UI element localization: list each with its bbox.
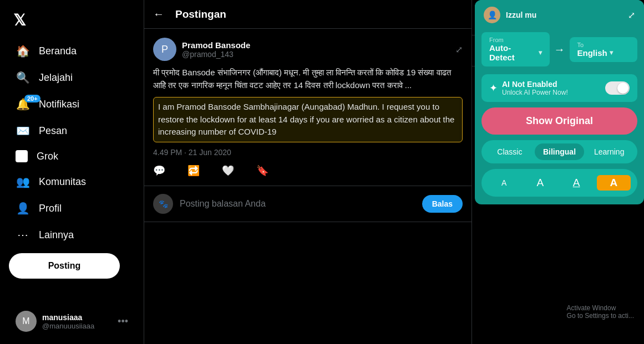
watermark-line1: Activate Window bbox=[567, 304, 634, 312]
tp-from-value: Auto-Detect ▾ bbox=[489, 43, 542, 62]
tp-ai-row: ✦ AI Not Enabled Unlock AI Power Now! bbox=[481, 74, 637, 102]
tp-lang-row: From Auto-Detect ▾ → To English ▾ bbox=[475, 28, 644, 71]
tweet-username: Pramod Bansode bbox=[182, 40, 250, 50]
from-chevron-icon: ▾ bbox=[539, 49, 542, 57]
main-header: ← Postingan bbox=[144, 0, 471, 29]
tp-ai-text: AI Not Enabled Unlock AI Power Now! bbox=[502, 80, 568, 96]
tweet-header-left: P Pramod Bansode @pramod_143 bbox=[153, 38, 250, 61]
like-action[interactable]: 🤍 bbox=[222, 165, 234, 177]
tp-lang-to[interactable]: To English ▾ bbox=[570, 37, 638, 62]
post-button[interactable]: Posting bbox=[9, 253, 120, 279]
right-side: Sedang tren dalam topik Indonesia Jobstr… bbox=[472, 0, 644, 344]
tweet-translated-text: I am Pramod Bansode Sambhajinagar (Aunga… bbox=[153, 97, 463, 142]
reply-box: 🐾 Posting balasan Anda Balas bbox=[144, 186, 471, 222]
mode-learning[interactable]: Learning bbox=[584, 143, 634, 160]
user-info: manusiaaa @manuuusiiaaa bbox=[42, 313, 112, 330]
font-option-underline[interactable]: A bbox=[561, 173, 592, 192]
tp-header: 👤 Izzul mu ⤢ bbox=[475, 0, 644, 28]
reply-placeholder-text[interactable]: Posting balasan Anda bbox=[180, 199, 415, 209]
tp-avatar: 👤 bbox=[484, 7, 500, 23]
tweet-header: P Pramod Bansode @pramod_143 ⤢ bbox=[153, 38, 463, 61]
tp-share-icon[interactable]: ⤢ bbox=[628, 10, 635, 20]
sidebar-item-grok[interactable]: Grok bbox=[9, 145, 135, 168]
communities-icon: 👥 bbox=[16, 174, 30, 189]
mail-icon: ✉️ bbox=[16, 124, 30, 138]
back-button[interactable]: ← bbox=[153, 8, 164, 20]
sidebar-nav: 🏠 Beranda 🔍 Jelajahi 🔔 Notifikasi 20+ ✉️… bbox=[9, 38, 135, 305]
font-option-small[interactable]: A bbox=[488, 175, 520, 191]
sidebar-item-komunitas[interactable]: 👥 Komunitas bbox=[9, 169, 135, 194]
sidebar-item-label: Beranda bbox=[39, 45, 77, 57]
tweet-user-info: Pramod Bansode @pramod_143 bbox=[182, 40, 250, 59]
tp-font-row: A A A A bbox=[481, 169, 637, 197]
to-chevron-icon: ▾ bbox=[610, 49, 613, 57]
user-profile[interactable]: M manusiaaa @manuuusiiaaa ••• bbox=[9, 305, 135, 337]
sidebar-item-label: Notifikasi bbox=[39, 99, 79, 110]
user-handle: @manuuusiiaaa bbox=[42, 322, 112, 330]
home-icon: 🏠 bbox=[16, 44, 30, 58]
page-title: Postingan bbox=[175, 8, 226, 20]
tp-lang-from[interactable]: From Auto-Detect ▾ bbox=[481, 32, 550, 66]
sidebar-item-pesan[interactable]: ✉️ Pesan bbox=[9, 118, 135, 143]
profile-icon: 👤 bbox=[16, 201, 30, 215]
sidebar-item-label: Lainnya bbox=[39, 229, 74, 241]
tp-username: Izzul mu bbox=[506, 11, 536, 19]
sidebar-item-label: Profil bbox=[39, 203, 62, 214]
show-original-button[interactable]: Show Original bbox=[481, 107, 637, 135]
external-link-icon[interactable]: ⤢ bbox=[455, 44, 463, 55]
mode-classic[interactable]: Classic bbox=[485, 143, 535, 160]
main-content: ← Postingan P Pramod Bansode @pramod_143… bbox=[144, 0, 472, 344]
tp-ai-subtitle: Unlock AI Power Now! bbox=[502, 89, 568, 96]
tp-ai-left: ✦ AI Not Enabled Unlock AI Power Now! bbox=[489, 80, 568, 96]
activate-windows-watermark: Activate Window Go to Settings to acti..… bbox=[562, 302, 638, 322]
grok-icon bbox=[16, 150, 28, 162]
reply-button[interactable]: Balas bbox=[422, 195, 463, 213]
font-option-highlight[interactable]: A bbox=[597, 175, 631, 191]
tp-from-label: From bbox=[489, 37, 542, 43]
lang-arrow-icon: → bbox=[554, 43, 565, 56]
sidebar-item-jelajahi[interactable]: 🔍 Jelajahi bbox=[9, 65, 135, 90]
bookmark-action[interactable]: 🔖 bbox=[256, 165, 268, 177]
search-icon: 🔍 bbox=[16, 70, 30, 85]
tweet-timestamp: 4.49 PM · 21 Jun 2020 bbox=[153, 148, 463, 157]
tp-to-value: English ▾ bbox=[577, 48, 630, 58]
font-option-medium[interactable]: A bbox=[524, 173, 556, 192]
watermark-line2: Go to Settings to acti... bbox=[567, 312, 634, 320]
notif-badge: 20+ bbox=[24, 95, 40, 102]
mode-bilingual[interactable]: Bilingual bbox=[535, 143, 585, 160]
ai-toggle[interactable] bbox=[605, 81, 630, 95]
sidebar-item-label: Grok bbox=[37, 151, 58, 162]
avatar: M bbox=[16, 311, 37, 332]
tp-ai-title: AI Not Enabled bbox=[502, 80, 568, 89]
tweet-avatar: P bbox=[153, 38, 176, 61]
tweet-actions: 💬 🔁 🤍 🔖 bbox=[153, 165, 463, 177]
tweet-container: P Pramod Bansode @pramod_143 ⤢ मी प्रमोद… bbox=[144, 29, 471, 186]
sidebar-item-lainnya[interactable]: ⋯ Lainnya bbox=[9, 222, 135, 248]
sidebar: 𝕏 🏠 Beranda 🔍 Jelajahi 🔔 Notifikasi 20+ … bbox=[0, 0, 144, 344]
sidebar-item-profil[interactable]: 👤 Profil bbox=[9, 196, 135, 221]
toggle-knob bbox=[617, 83, 628, 94]
sidebar-item-label: Pesan bbox=[39, 125, 67, 137]
reply-action[interactable]: 💬 bbox=[153, 165, 165, 177]
tweet-user-handle: @pramod_143 bbox=[182, 50, 250, 59]
translation-panel: 👤 Izzul mu ⤢ From Auto-Detect ▾ → To Eng… bbox=[475, 0, 644, 204]
sidebar-item-label: Komunitas bbox=[39, 176, 86, 188]
x-logo[interactable]: 𝕏 bbox=[9, 4, 135, 36]
user-display-name: manusiaaa bbox=[42, 313, 112, 322]
tp-user-row: 👤 Izzul mu bbox=[484, 7, 536, 23]
ai-sparkle-icon: ✦ bbox=[489, 82, 498, 94]
retweet-action[interactable]: 🔁 bbox=[187, 165, 200, 177]
tweet-original-text: मी प्रमोद Bansode संभाजिनगर (औंगाबाद) मध… bbox=[153, 66, 463, 91]
user-more-dots[interactable]: ••• bbox=[118, 316, 128, 327]
tp-mode-row: Classic Bilingual Learning bbox=[481, 140, 637, 163]
reply-avatar: 🐾 bbox=[153, 194, 173, 214]
sidebar-item-notifikasi[interactable]: 🔔 Notifikasi 20+ bbox=[9, 91, 135, 117]
tp-to-label: To bbox=[577, 42, 630, 48]
sidebar-item-label: Jelajahi bbox=[39, 72, 73, 84]
more-icon: ⋯ bbox=[16, 228, 30, 242]
sidebar-item-beranda[interactable]: 🏠 Beranda bbox=[9, 38, 135, 64]
